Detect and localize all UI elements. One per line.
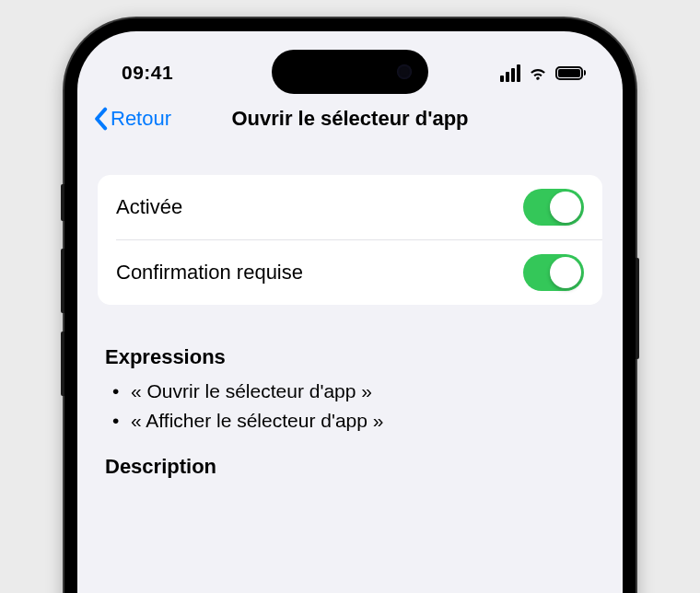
silent-switch — [61, 184, 64, 221]
volume-up-button — [61, 249, 64, 313]
toggle-knob — [550, 192, 581, 223]
expressions-list: « Ouvrir le sélecteur d'app » « Afficher… — [98, 369, 602, 435]
status-time: 09:41 — [122, 62, 173, 84]
enabled-label: Activée — [116, 195, 182, 219]
expression-item: « Afficher le sélecteur d'app » — [131, 406, 602, 436]
toggle-group: Activée Confirmation requise — [98, 175, 602, 305]
back-button[interactable]: Retour — [92, 107, 171, 131]
front-camera — [397, 64, 412, 79]
confirmation-label: Confirmation requise — [116, 261, 303, 285]
volume-down-button — [61, 331, 64, 396]
battery-icon — [555, 66, 586, 80]
enabled-toggle[interactable] — [523, 189, 584, 226]
power-button — [636, 258, 639, 359]
confirmation-row: Confirmation requise — [98, 240, 602, 305]
toggle-knob — [550, 257, 581, 288]
screen: 09:41 Retour Ouvrir — [77, 31, 623, 593]
enabled-row: Activée — [98, 175, 602, 239]
confirmation-toggle[interactable] — [523, 254, 584, 291]
page-title: Ouvrir le sélecteur d'app — [231, 107, 468, 131]
expression-item: « Ouvrir le sélecteur d'app » — [131, 377, 602, 406]
content-area: Activée Confirmation requise Expressions… — [77, 175, 623, 479]
chevron-left-icon — [92, 107, 109, 131]
wifi-icon — [528, 63, 548, 83]
status-indicators — [500, 63, 586, 83]
cellular-signal-icon — [500, 64, 520, 82]
back-label: Retour — [111, 107, 171, 131]
dynamic-island — [272, 50, 428, 94]
expressions-heading: Expressions — [98, 345, 602, 369]
description-heading: Description — [98, 455, 602, 479]
phone-frame: 09:41 Retour Ouvrir — [64, 18, 636, 593]
navigation-bar: Retour Ouvrir le sélecteur d'app — [77, 96, 623, 144]
